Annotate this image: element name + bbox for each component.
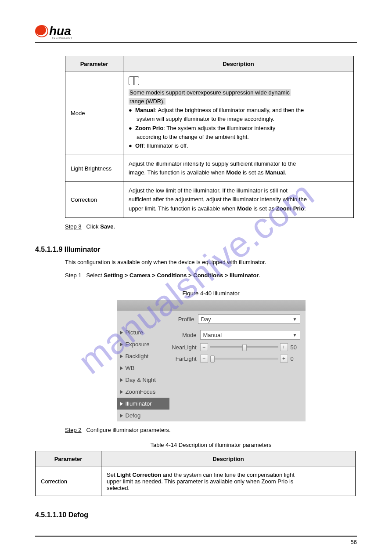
cell-bold: Mode (226, 169, 241, 176)
sidebar: Picture Exposure Backlight WB Day & Nigh… (117, 326, 169, 421)
nearlight-slider[interactable] (210, 346, 278, 348)
bullet-text: according to the change of the ambient l… (137, 134, 249, 140)
footer-rule (35, 536, 357, 537)
param-cell: Correction (65, 182, 123, 218)
page-number: 56 (351, 539, 357, 545)
mode-select[interactable]: Manual ▼ (200, 330, 300, 340)
sidebar-item-daynight[interactable]: Day & Night (117, 374, 169, 386)
table-header-desc: Description (101, 451, 356, 467)
farlight-label: FarLight (169, 355, 200, 362)
bullet-text: : The system adjusts the illuminator int… (163, 125, 275, 131)
chevron-down-icon: ▼ (293, 333, 297, 337)
slider-thumb[interactable] (242, 344, 247, 351)
cell-text: Adjust the illuminator intensity to supp… (129, 160, 296, 167)
minus-button[interactable]: − (200, 343, 208, 351)
param-cell: Correction (36, 467, 101, 496)
minus-button[interactable]: − (200, 355, 208, 363)
plus-button[interactable]: + (280, 343, 288, 351)
cell-bold: Manual (265, 169, 285, 176)
sidebar-item-zoomfocus[interactable]: ZoomFocus (117, 386, 169, 398)
bullet-lead: Manual (135, 107, 155, 113)
logo-subtext: TECHNOLOGY (52, 36, 357, 39)
triangle-icon (120, 378, 123, 382)
param-cell: Light Brightness (65, 155, 123, 181)
cell-text: image. This function is available when (129, 169, 226, 176)
profile-row: Profile Day ▼ (117, 311, 306, 326)
step-line: Step 3 Click Save. (65, 222, 357, 231)
sidebar-item-label: Exposure (126, 341, 150, 348)
plus-button[interactable]: + (280, 355, 288, 363)
section-number: 4.5.1.1.9 (35, 246, 62, 253)
section-heading: 4.5.1.1.9 Illuminator (35, 246, 357, 254)
header-rule (35, 42, 357, 43)
triangle-icon (120, 331, 123, 334)
profile-value: Day (201, 316, 211, 323)
table-header-param: Parameter (36, 451, 101, 467)
section-description: This configuration is available only whe… (65, 258, 357, 267)
farlight-slider[interactable] (210, 358, 278, 359)
triangle-icon (120, 402, 123, 406)
bullet-lead: Zoom Prio (135, 125, 163, 131)
step-text: Configure illuminator parameters. (86, 427, 170, 433)
step-bold: Save (100, 223, 113, 230)
sidebar-item-label: Defog (126, 412, 141, 419)
slider-thumb[interactable] (210, 355, 215, 363)
brand-logo: hua TECHNOLOGY (35, 24, 357, 39)
table-row: Correction Set Light Correction and the … (36, 467, 356, 496)
nearlight-row: NearLight − + 50 (169, 343, 300, 351)
cell-bold: Light Correction (117, 472, 161, 478)
desc-cell: Set Light Correction and the system can … (101, 467, 356, 496)
sidebar-item-wb[interactable]: WB (117, 362, 169, 374)
farlight-row: FarLight − + 0 (169, 355, 300, 363)
step-bold: Setting > Camera > Conditions > Conditio… (104, 272, 259, 279)
cell-text: . (304, 205, 306, 212)
sidebar-item-label: Backlight (126, 353, 149, 359)
sidebar-item-picture[interactable]: Picture (117, 326, 169, 338)
section-heading: 4.5.1.1.10 Defog (35, 511, 357, 519)
sidebar-item-label: ZoomFocus (126, 388, 156, 395)
mode-value: Manual (203, 332, 222, 338)
bullet-text: : Illuminator is off. (144, 142, 188, 149)
profile-label: Profile (117, 316, 198, 323)
triangle-icon (120, 414, 123, 417)
sidebar-item-backlight[interactable]: Backlight (117, 350, 169, 362)
note-text: range (WDR). (129, 98, 165, 105)
table-row: Light Brightness Adjust the illuminator … (65, 155, 354, 181)
table-row: Correction Adjust the low limit of the i… (65, 182, 354, 218)
sidebar-item-label: WB (126, 365, 135, 371)
triangle-icon (120, 390, 123, 394)
parameter-table-2: Parameter Description Correction Set Lig… (35, 451, 356, 496)
bullet-lead: Off (135, 142, 144, 149)
step-label: Step 1 (65, 272, 82, 279)
cell-text: Set (107, 472, 117, 478)
bullet-text: : Adjust the brightness of illuminator m… (155, 107, 304, 113)
desc-cell: Adjust the low limit of the illuminator.… (123, 182, 354, 218)
cell-text: and the system can fine tune the compens… (161, 472, 295, 478)
cell-bold: Zoom Prio (276, 205, 304, 212)
bullet-text: system will supply illuminator to the im… (137, 116, 274, 122)
chevron-down-icon: ▼ (293, 317, 297, 322)
note-text: Some models support overexposure suppres… (129, 89, 291, 96)
sidebar-item-label: Day & Night (126, 377, 156, 383)
triangle-icon (120, 355, 123, 358)
main-panel: Mode Manual ▼ NearLight − + 50 (169, 326, 306, 421)
sidebar-item-illuminator[interactable]: Illuminator (117, 398, 169, 410)
sidebar-item-exposure[interactable]: Exposure (117, 338, 169, 350)
step-line: Step 2 Configure illuminator parameters. (65, 426, 357, 435)
cell-text: . (285, 169, 287, 176)
figure-caption: Figure 4-40 Illuminator (65, 290, 357, 297)
triangle-icon (120, 343, 123, 346)
step-text: Select (86, 272, 104, 279)
cell-text: upper limit as needed. This parameter is… (107, 478, 350, 485)
profile-select[interactable]: Day ▼ (198, 314, 300, 324)
param-cell: Mode (65, 72, 123, 155)
embedded-ui-screenshot: Profile Day ▼ Picture Exposure Backlight… (117, 300, 306, 421)
nearlight-label: NearLight (169, 344, 200, 351)
section-number: 4.5.1.1.10 (35, 511, 66, 519)
desc-cell: Adjust the illuminator intensity to supp… (123, 155, 354, 181)
step-label: Step 3 (65, 223, 82, 230)
sidebar-item-defog[interactable]: Defog (117, 410, 169, 421)
cell-text: is set as (241, 169, 265, 176)
step-text: Click (86, 223, 100, 230)
section-title: Illuminator (65, 246, 101, 253)
